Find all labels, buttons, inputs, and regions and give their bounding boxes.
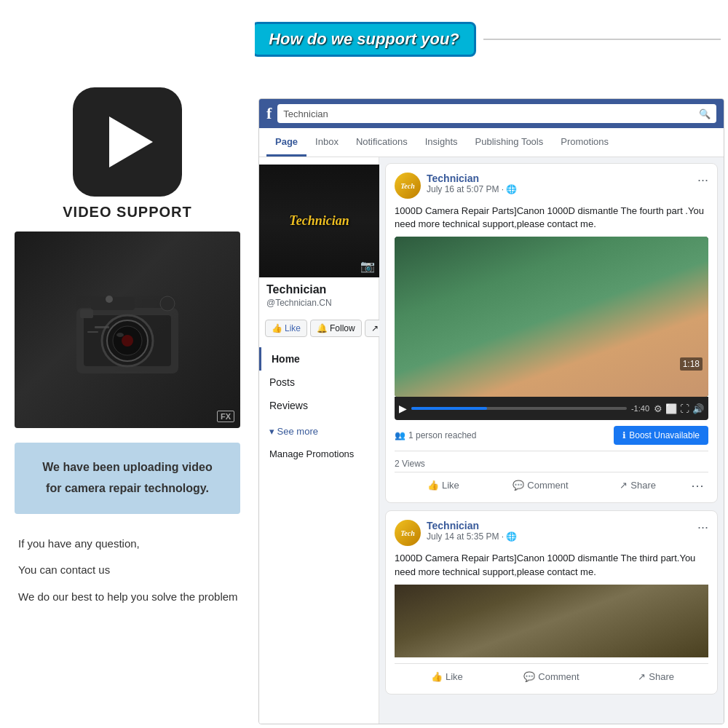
comment-label: Comment bbox=[527, 480, 568, 491]
left-panel: VIDEO SUPPORT bbox=[0, 0, 255, 728]
svg-point-10 bbox=[106, 296, 113, 303]
pip-icon[interactable]: ⬜ bbox=[665, 403, 677, 414]
progress-fill bbox=[411, 407, 487, 410]
share-action-icon-2: ↗ bbox=[638, 671, 646, 682]
sidebar-home-label: Home bbox=[272, 353, 300, 365]
comment-label-2: Comment bbox=[538, 671, 579, 682]
post-1-avatar: Tech bbox=[395, 173, 421, 199]
share-icon: ↗ bbox=[371, 323, 379, 333]
post-1-like-btn[interactable]: 👍 Like bbox=[395, 477, 492, 494]
see-more-button[interactable]: ▾ See more bbox=[259, 420, 379, 443]
post-1-author: Technician bbox=[427, 173, 697, 184]
svg-rect-13 bbox=[87, 331, 98, 333]
post-1-views: 2 Views bbox=[395, 456, 708, 472]
time-remaining: -1:40 bbox=[631, 404, 649, 413]
post-1-options[interactable]: ··· bbox=[697, 173, 708, 188]
post-1-meta: Technician July 16 at 5:07 PM · 🌐 bbox=[427, 173, 697, 194]
svg-point-5 bbox=[116, 333, 124, 337]
contact-line-3: We do our best to help you solve the pro… bbox=[18, 589, 240, 606]
progress-bar[interactable] bbox=[411, 407, 627, 410]
video-icon-box bbox=[73, 87, 182, 197]
search-icon: 🔍 bbox=[699, 108, 711, 119]
fb-page-cover: Technician 📷 bbox=[259, 165, 379, 277]
boost-unavailable-button[interactable]: ℹ Boost Unavailable bbox=[614, 426, 708, 445]
fb-search-bar[interactable]: Technician 🔍 bbox=[277, 104, 716, 123]
fullscreen-icon[interactable]: ⛶ bbox=[680, 403, 689, 414]
fb-sidebar: Technician 📷 Technician @Technician.CN 👍… bbox=[259, 157, 379, 724]
fb-logo: f bbox=[266, 104, 272, 123]
tab-insights[interactable]: Insights bbox=[416, 128, 467, 157]
svg-point-9 bbox=[160, 296, 175, 311]
video-1-timestamp: 1:18 bbox=[680, 357, 703, 371]
fb-feed: Tech Technician July 16 at 5:07 PM · 🌐 ·… bbox=[379, 157, 724, 724]
share-action-label-2: Share bbox=[649, 671, 674, 682]
text-box-line1: We have been uploading video bbox=[25, 457, 229, 478]
tab-inbox[interactable]: Inbox bbox=[306, 128, 347, 157]
settings-icon[interactable]: ⚙ bbox=[654, 403, 662, 414]
tab-page[interactable]: Page bbox=[266, 128, 306, 157]
post-2-share-btn[interactable]: ↗ Share bbox=[604, 668, 708, 685]
fb-sidebar-nav: Home Posts Reviews bbox=[259, 344, 379, 420]
tab-promotions[interactable]: Promotions bbox=[552, 128, 617, 157]
tab-notifications-label: Notifications bbox=[356, 136, 408, 147]
fb-page-handle: @Technician.CN bbox=[259, 298, 379, 315]
post-1-share-btn[interactable]: ↗ Share bbox=[589, 477, 687, 494]
video-1-controls: ▶ -1:40 ⚙ ⬜ ⛶ 🔊 bbox=[395, 397, 708, 420]
post-2-options[interactable]: ··· bbox=[697, 520, 708, 535]
share-action-label: Share bbox=[630, 480, 656, 491]
post-1-stats: 👥 1 person reached ℹ Boost Unavailable bbox=[395, 420, 708, 451]
post-2-comment-btn[interactable]: 💬 Comment bbox=[499, 668, 604, 685]
post-1-video: 1:18 ▶ -1:40 ⚙ ⬜ ⛶ 🔊 bbox=[395, 237, 708, 420]
text-box-line2: for camera repair technology. bbox=[25, 478, 229, 499]
video-support-label: VIDEO SUPPORT bbox=[15, 204, 240, 221]
tab-publishing-tools[interactable]: Publishing Tools bbox=[467, 128, 553, 157]
post-2-actions: 👍 Like 💬 Comment ↗ Share bbox=[395, 663, 708, 685]
tab-promotions-label: Promotions bbox=[561, 136, 609, 147]
like-action-label: Like bbox=[442, 480, 459, 491]
tab-page-label: Page bbox=[275, 136, 298, 147]
sidebar-item-reviews[interactable]: Reviews bbox=[259, 394, 379, 417]
fb-page-name: Technician bbox=[259, 277, 379, 298]
comment-icon-2: 💬 bbox=[523, 671, 535, 682]
tab-insights-label: Insights bbox=[425, 136, 458, 147]
post-2-header: Tech Technician July 14 at 5:35 PM · 🌐 ·… bbox=[395, 520, 708, 546]
manage-promotions-button[interactable]: Manage Promotions bbox=[259, 443, 379, 465]
sidebar-item-home[interactable]: Home bbox=[259, 347, 379, 371]
play-icon bbox=[109, 116, 153, 167]
post-1-more-btn[interactable]: ⋯ bbox=[687, 478, 708, 494]
fb-content: Technician 📷 Technician @Technician.CN 👍… bbox=[259, 157, 724, 724]
fx-badge: FX bbox=[217, 411, 234, 422]
post-2-text: 1000D Camera Repair Parts]Canon 1000D di… bbox=[395, 552, 708, 578]
fb-topbar: f Technician 🔍 bbox=[259, 99, 724, 128]
contact-text: If you have any question, You can contac… bbox=[15, 536, 240, 606]
like-icon: 👍 bbox=[272, 323, 282, 333]
post-1-comment-btn[interactable]: 💬 Comment bbox=[492, 477, 590, 494]
post-2-meta: Technician July 14 at 5:35 PM · 🌐 bbox=[427, 520, 697, 542]
header-title-box: How do we support you? bbox=[252, 22, 476, 57]
fb-action-buttons: 👍 Like 🔔 Follow ↗ Share ··· bbox=[259, 315, 379, 344]
follow-button[interactable]: 🔔 Follow bbox=[310, 320, 362, 337]
like-label: Like bbox=[285, 323, 301, 333]
like-button[interactable]: 👍 Like bbox=[265, 320, 307, 337]
post-1-text: 1000D Camera Repair Parts]Canon 1000D di… bbox=[395, 205, 708, 231]
sidebar-posts-label: Posts bbox=[269, 376, 295, 388]
svg-rect-12 bbox=[95, 326, 109, 328]
post-2-avatar: Tech bbox=[395, 520, 421, 546]
volume-icon[interactable]: 🔊 bbox=[692, 403, 704, 414]
tab-notifications[interactable]: Notifications bbox=[347, 128, 416, 157]
camera-svg bbox=[55, 272, 200, 388]
post-1-actions: 👍 Like 💬 Comment ↗ Share ⋯ bbox=[395, 472, 708, 494]
camera-image: FX bbox=[15, 232, 240, 428]
video-2-preview-bg bbox=[395, 585, 708, 657]
sidebar-item-posts[interactable]: Posts bbox=[259, 371, 379, 394]
reached-text: 1 person reached bbox=[408, 430, 476, 440]
video-1-preview bbox=[395, 237, 708, 397]
post-2-like-btn[interactable]: 👍 Like bbox=[395, 668, 499, 685]
svg-rect-8 bbox=[80, 309, 93, 318]
play-button[interactable]: ▶ bbox=[399, 403, 407, 414]
post-2-date: July 14 at 5:35 PM · 🌐 bbox=[427, 531, 697, 542]
boost-label: Boost Unavailable bbox=[629, 430, 700, 440]
tab-publishing-tools-label: Publishing Tools bbox=[475, 136, 544, 147]
boost-info-icon: ℹ bbox=[622, 430, 626, 440]
follow-label: Follow bbox=[330, 323, 355, 333]
